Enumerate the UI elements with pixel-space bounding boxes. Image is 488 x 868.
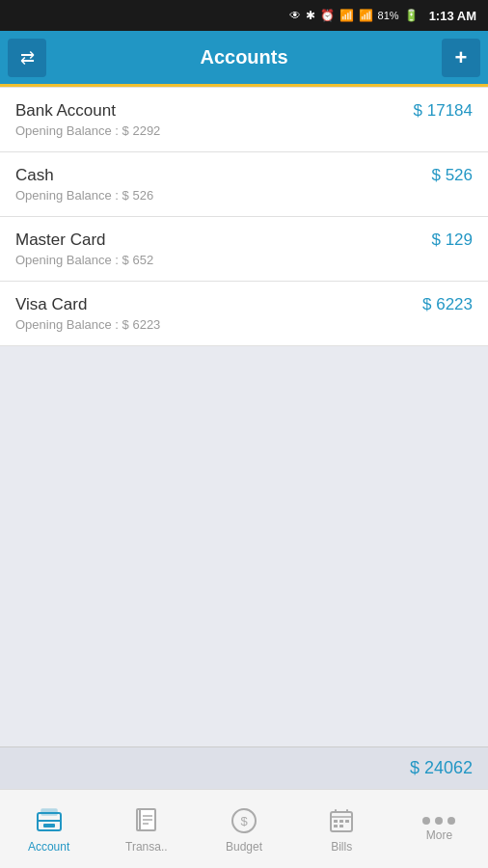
svg-rect-15 [334, 820, 338, 823]
account-balance: $ 129 [431, 231, 473, 250]
tab-budget-label: Budget [226, 840, 262, 854]
svg-text:$: $ [240, 814, 248, 828]
account-item-mastercard[interactable]: Master Card $ 129 Opening Balance : $ 65… [0, 217, 488, 282]
dot1 [422, 817, 430, 825]
account-name: Master Card [15, 231, 106, 250]
dot2 [435, 817, 443, 825]
budget-icon: $ [229, 805, 259, 836]
alarm-icon: ⏰ [320, 9, 335, 22]
add-account-button[interactable]: + [442, 39, 480, 77]
account-opening: Opening Balance : $ 6223 [15, 317, 473, 332]
plus-icon: + [455, 45, 468, 70]
status-icons: 👁 ✱ ⏰ 📶 📶 81% 🔋 1:13 AM [289, 9, 476, 23]
more-icon [422, 817, 455, 825]
account-row: Cash $ 526 [15, 166, 473, 185]
bluetooth-icon: ✱ [306, 9, 315, 22]
account-icon [34, 805, 65, 836]
account-item-bank[interactable]: Bank Account $ 17184 Opening Balance : $… [0, 87, 488, 152]
battery-percent: 81% [378, 10, 399, 21]
wifi-icon: 📶 [339, 9, 354, 22]
account-row: Master Card $ 129 [15, 231, 473, 250]
account-opening: Opening Balance : $ 2292 [15, 123, 473, 138]
status-bar: 👁 ✱ ⏰ 📶 📶 81% 🔋 1:13 AM [0, 0, 488, 31]
tab-bills[interactable]: Bills [293, 790, 391, 868]
tab-transactions-label: Transa.. [125, 840, 168, 854]
svg-rect-1 [41, 809, 57, 815]
account-item-cash[interactable]: Cash $ 526 Opening Balance : $ 526 [0, 152, 488, 217]
account-name: Visa Card [15, 295, 87, 314]
svg-rect-18 [334, 825, 338, 827]
account-row: Bank Account $ 17184 [15, 101, 473, 121]
account-name: Cash [15, 166, 54, 185]
account-opening: Opening Balance : $ 526 [15, 188, 473, 203]
tab-account-label: Account [28, 840, 69, 854]
tab-more-label: More [426, 828, 452, 842]
svg-rect-19 [339, 825, 343, 827]
transfer-icon: ⇄ [20, 47, 35, 68]
tab-transactions[interactable]: Transa.. [97, 790, 195, 868]
account-row: Visa Card $ 6223 [15, 295, 473, 314]
eye-icon: 👁 [289, 9, 301, 22]
svg-rect-17 [345, 820, 349, 823]
status-time: 1:13 AM [429, 9, 476, 23]
tab-account[interactable]: Account [0, 790, 97, 868]
battery-icon: 🔋 [404, 9, 419, 22]
transactions-icon [131, 805, 162, 836]
tab-more[interactable]: More [391, 790, 488, 868]
tab-budget[interactable]: $ Budget [195, 790, 292, 868]
svg-rect-16 [339, 820, 343, 823]
account-balance: $ 6223 [422, 295, 473, 314]
tab-bills-label: Bills [331, 840, 352, 854]
total-bar: $ 24062 [0, 746, 488, 789]
account-balance: $ 17184 [414, 101, 473, 121]
account-opening: Opening Balance : $ 652 [15, 253, 473, 267]
account-item-visacard[interactable]: Visa Card $ 6223 Opening Balance : $ 622… [0, 282, 488, 346]
signal-icon: 📶 [359, 9, 373, 22]
account-name: Bank Account [15, 101, 116, 121]
account-list: Bank Account $ 17184 Opening Balance : $… [0, 87, 488, 346]
svg-rect-3 [43, 824, 55, 827]
bills-icon [326, 805, 357, 836]
account-balance: $ 526 [431, 166, 473, 185]
transfer-button[interactable]: ⇄ [8, 39, 46, 77]
header: ⇄ Accounts + [0, 31, 488, 87]
total-amount: $ 24062 [410, 758, 473, 778]
page-title: Accounts [46, 46, 442, 68]
dot3 [447, 817, 455, 825]
bottom-nav: Account Transa.. $ Budget [0, 789, 488, 868]
